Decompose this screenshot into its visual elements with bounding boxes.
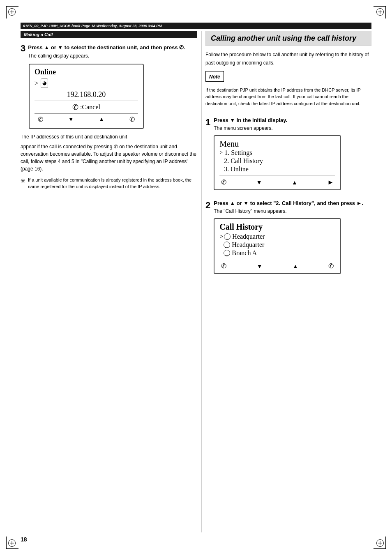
menu-back-btn: ✆: [221, 178, 226, 186]
menu-item-1-label: 1. Settings: [224, 149, 252, 157]
menu-arrow-3: [219, 166, 222, 173]
callhist-phone-1: ⎯: [224, 233, 231, 240]
menu-up-btn: ▲: [292, 179, 297, 186]
step-3-header: 3 Press ▲ or ▼ to select the destination…: [21, 44, 197, 60]
callhist-back-btn: ✆: [221, 262, 226, 270]
cancel-label: :Cancel: [80, 104, 100, 111]
menu-down-btn: ▼: [256, 179, 262, 186]
step-3-title-area: Press ▲ or ▼ to select the destination u…: [28, 44, 185, 60]
intro-text: Follow the procedure below to call anoth…: [205, 51, 371, 67]
step-3-intro: The calling display appears.: [28, 52, 185, 60]
online-screen-ip: 192.168.0.20: [35, 90, 138, 99]
down-btn-icon: ▼: [68, 116, 74, 122]
menu-enter-btn: ►: [327, 179, 334, 186]
callhist-up-btn: ▲: [293, 263, 298, 269]
callhist-phone-3: ⎯: [224, 250, 230, 256]
note-text: If the destination PJP unit obtains the …: [205, 87, 371, 107]
online-screen-title: Online: [35, 68, 138, 76]
menu-divider: [219, 175, 335, 175]
content-area: Making a Call 3 Press ▲ or ▼ to select t…: [21, 31, 371, 532]
note-label: Note: [209, 74, 220, 80]
online-screen: Online > ◕ 192.168.0.20 ✆ :Cancel ✆ ▼ ▲ …: [29, 64, 144, 129]
step-2-title: Press ▲ or ▼ to select "2. Call History"…: [214, 200, 371, 206]
header-text: 01EN_00_PJP-100H_UCGB.book Page 18 Wedne…: [23, 24, 162, 28]
callhist-item-3: ⎯ Branch A: [219, 249, 335, 257]
menu-btn-row: ✆ ▼ ▲ ►: [219, 177, 335, 186]
step-2: 2 Press ▲ or ▼ to select "2. Call Histor…: [205, 200, 371, 277]
tip-section: ✳ If a unit available for communication …: [21, 177, 197, 190]
callhist-arrow-1: >: [219, 233, 223, 240]
callhist-divider: [219, 259, 335, 259]
note-label-box: Note: [205, 71, 224, 82]
tip-text: If a unit available for communication is…: [28, 177, 197, 190]
step-1-number: 1: [205, 117, 210, 193]
callhist-arrow-2: [219, 241, 223, 249]
online-screen-arrow: > ◕: [35, 78, 138, 89]
callhist-screen: Call History > ⎯ Headquarter ⎯ Headquart…: [214, 218, 341, 274]
section-header-bar: Making a Call: [21, 31, 197, 38]
step-3-after1: The IP addresses of this unit and destin…: [21, 133, 197, 140]
callhist-title: Call History: [219, 222, 335, 232]
menu-item-callhistory: 2. Call History: [219, 157, 335, 165]
step-3-after2: appear if the call is connected by press…: [21, 143, 197, 173]
step-1-body: The menu screen appears.: [214, 124, 371, 132]
callhist-item-3-label: Branch A: [232, 249, 257, 257]
menu-item-3-label: 3. Online: [224, 166, 249, 173]
step-3-number: 3: [21, 44, 25, 53]
section-title-text: Calling another unit using the call hist…: [211, 34, 366, 43]
corner-circle-bl: [8, 539, 16, 547]
callhist-item-2-label: Headquarter: [232, 241, 264, 249]
callhist-phone-2: ⎯: [224, 242, 230, 248]
section-rule: [205, 112, 371, 112]
menu-arrow-1: >: [219, 150, 223, 156]
callhist-down-btn: ▼: [257, 263, 263, 269]
page-number: 18: [21, 536, 27, 543]
column-divider: [201, 31, 202, 532]
step-1: 1 Press ▼ in the initial display. The me…: [205, 117, 371, 193]
corner-circle-tr: [376, 8, 384, 16]
menu-item-online: 3. Online: [219, 165, 335, 173]
callhist-item-1-label: Headquarter: [232, 233, 265, 240]
section-title-box: Calling another unit using the call hist…: [205, 31, 371, 46]
callhist-arrow-3: [219, 249, 223, 257]
left-column: Making a Call 3 Press ▲ or ▼ to select t…: [21, 31, 197, 195]
step-1-title: Press ▼ in the initial display.: [214, 117, 371, 123]
call-btn-icon: ✆: [129, 115, 135, 123]
step-2-content: Press ▲ or ▼ to select "2. Call History"…: [214, 200, 371, 277]
step-3: 3 Press ▲ or ▼ to select the destination…: [21, 44, 197, 190]
tip-star-icon: ✳: [21, 177, 25, 190]
menu-screen: Menu > 1. Settings 2. Call History 3. On…: [214, 135, 341, 190]
signal-icon: ◕: [41, 78, 48, 88]
header-bar: 01EN_00_PJP-100H_UCGB.book Page 18 Wedne…: [21, 23, 371, 29]
chevron-icon: >: [35, 78, 38, 89]
menu-item-settings: > 1. Settings: [219, 149, 335, 157]
online-screen-cancel: ✆ :Cancel: [35, 103, 138, 112]
back-btn-icon: ✆: [38, 115, 43, 123]
step-3-title: Press ▲ or ▼ to select the destination u…: [28, 44, 185, 51]
section-header-text: Making a Call: [24, 32, 53, 37]
right-column: Calling another unit using the call hist…: [205, 31, 371, 284]
step-2-number: 2: [205, 200, 210, 277]
up-btn-icon: ▲: [99, 116, 104, 122]
callhist-item-2: ⎯ Headquarter: [219, 241, 335, 249]
callhist-item-1: > ⎯ Headquarter: [219, 233, 335, 241]
corner-circle-br: [376, 539, 384, 547]
menu-arrow-2: [219, 158, 222, 164]
callhist-call-btn: ✆: [328, 262, 334, 270]
screen-divider-1: [35, 101, 138, 101]
menu-title: Menu: [219, 139, 335, 149]
callhist-btn-row: ✆ ▼ ▲ ✆: [219, 261, 335, 270]
phone-icon-cancel: ✆: [72, 103, 78, 112]
note-container: Note If the destination PJP unit obtains…: [205, 71, 371, 107]
corner-circle-tl: [8, 8, 16, 16]
step-2-body: The "Call History" menu appears.: [214, 207, 371, 215]
step-1-content: Press ▼ in the initial display. The menu…: [214, 117, 371, 193]
online-btn-row: ✆ ▼ ▲ ✆: [35, 113, 138, 125]
menu-item-2-label: 2. Call History: [224, 157, 263, 165]
